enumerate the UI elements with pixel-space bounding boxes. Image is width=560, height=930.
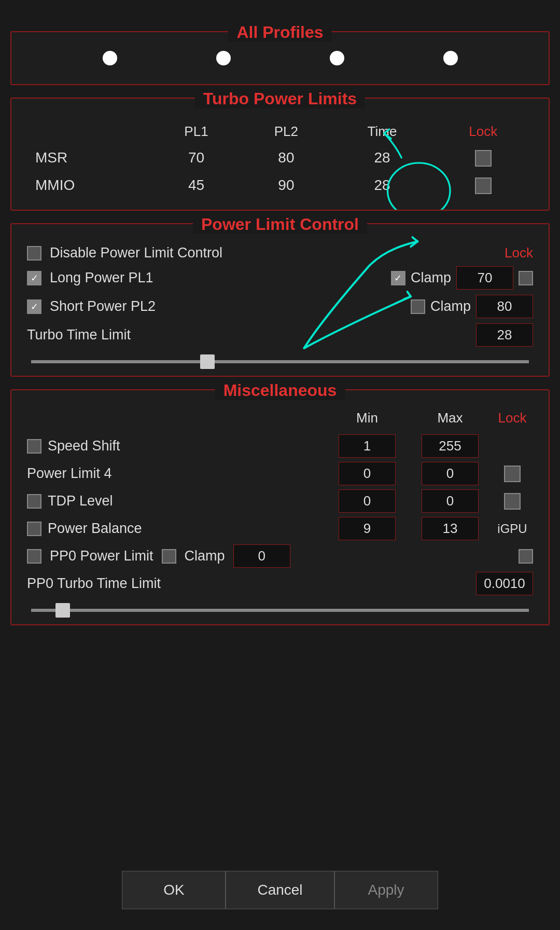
misc-power-limit4-row: Power Limit 4 [27,462,533,485]
power-limit-control-section: Power Limit Control Disable Power Limit … [10,223,550,377]
table-row: MMIO 45 90 28 [27,172,533,200]
pp0-turbo-time-value[interactable] [476,572,533,595]
profile-dot-3[interactable] [330,51,344,65]
tdp-level-lock-cell [492,493,533,510]
mmio-lock-checkbox[interactable] [475,177,492,194]
turbo-power-table: PL1 PL2 Time Lock MSR 70 80 28 MMIO [27,119,533,199]
tpl-header-pl1: PL1 [151,119,241,144]
mmio-pl1: 45 [151,172,241,200]
plc-disable-row: Disable Power Limit Control Lock [27,245,533,261]
misc-pp0-turbo-time-row: PP0 Turbo Time Limit [27,572,533,595]
tpl-header-time: Time [331,119,433,144]
mmio-lock-cell [433,172,533,200]
short-power-value[interactable] [476,295,533,318]
misc-pp0-power-limit-row: PP0 Power Limit Clamp [27,544,533,568]
misc-header-lock: Lock [492,410,533,426]
turbo-time-label: Turbo Time Limit [27,327,131,343]
long-power-label: Long Power PL1 [50,270,153,286]
profile-dot-2[interactable] [216,51,231,65]
power-balance-label-container: Power Balance [27,521,326,537]
speed-shift-label: Speed Shift [48,438,120,454]
power-limit4-max[interactable] [422,462,479,485]
speed-shift-max-cell [409,434,492,458]
tdp-level-max[interactable] [422,489,479,513]
speed-shift-label-container: Speed Shift [27,438,326,454]
power-limit4-lock[interactable] [504,466,521,482]
plc-slider-container [27,356,533,365]
misc-slider[interactable] [31,609,529,612]
power-balance-igpu-label: iGPU [497,522,527,536]
msr-lock-cell [433,144,533,172]
power-limit4-max-cell [409,462,492,485]
profile-dot-4[interactable] [443,51,458,65]
tdp-level-max-cell [409,489,492,513]
pp0-clamp-checkbox[interactable] [162,549,176,564]
power-balance-lock-cell: iGPU [492,522,533,536]
tpl-header-pl2: PL2 [241,119,331,144]
power-balance-max[interactable] [422,517,479,540]
speed-shift-max[interactable] [422,434,479,458]
short-clamp-checkbox[interactable] [411,299,425,314]
tdp-level-label: TDP Level [48,493,113,509]
misc-header-max: Max [409,410,492,426]
tdp-level-checkbox[interactable] [27,494,41,509]
apply-button[interactable]: Apply [334,871,438,909]
tdp-level-lock[interactable] [504,493,521,510]
turbo-power-limits-section: Turbo Power Limits PL1 PL2 Time Lock MSR… [10,98,550,211]
cancel-button[interactable]: Cancel [226,871,334,909]
ok-button[interactable]: OK [122,871,226,909]
tdp-level-label-container: TDP Level [27,493,326,509]
long-clamp-label: Clamp [411,270,451,286]
misc-header-label [27,410,326,426]
power-limit-control-title: Power Limit Control [193,215,367,234]
power-limit4-min-cell [326,462,409,485]
pp0-power-limit-checkbox[interactable] [27,549,41,564]
msr-lock-checkbox[interactable] [475,150,492,167]
pp0-power-limit-lock[interactable] [519,549,533,564]
miscellaneous-section: Miscellaneous Min Max Lock Speed Shift [10,389,550,625]
miscellaneous-title: Miscellaneous [215,381,345,400]
pp0-clamp-label: Clamp [185,548,225,564]
plc-short-power-row: Short Power PL2 Clamp [27,295,533,318]
short-power-checkbox[interactable] [27,299,41,314]
speed-shift-min[interactable] [339,434,396,458]
all-profiles-title: All Profiles [228,23,331,42]
misc-power-balance-row: Power Balance iGPU [27,517,533,540]
plc-slider[interactable] [31,360,529,363]
short-power-label: Short Power PL2 [50,298,156,314]
speed-shift-checkbox[interactable] [27,439,41,454]
turbo-time-value[interactable] [476,323,533,347]
long-power-value[interactable] [456,266,513,290]
tpl-header-empty [27,119,151,144]
long-clamp-checkbox[interactable] [391,271,405,285]
pp0-turbo-time-label: PP0 Turbo Time Limit [27,576,161,592]
mmio-pl2: 90 [241,172,331,200]
misc-slider-container [27,605,533,614]
power-limit4-min[interactable] [339,462,396,485]
tdp-level-min-cell [326,489,409,513]
disable-plc-checkbox[interactable] [27,246,41,261]
long-power-lock[interactable] [519,271,533,285]
misc-tdp-level-row: TDP Level [27,489,533,513]
msr-label: MSR [27,144,151,172]
power-balance-min-cell [326,517,409,540]
power-balance-min[interactable] [339,517,396,540]
plc-long-power-row: Long Power PL1 Clamp [27,266,533,290]
misc-header-min: Min [326,410,409,426]
power-limit4-label: Power Limit 4 [27,466,112,482]
tpl-header-lock: Lock [433,119,533,144]
pp0-power-limit-value[interactable] [233,544,290,568]
all-profiles-section: All Profiles [10,31,550,85]
power-balance-label: Power Balance [48,521,142,537]
power-balance-checkbox[interactable] [27,522,41,536]
table-row: MSR 70 80 28 [27,144,533,172]
tdp-level-min[interactable] [339,489,396,513]
power-limit4-label-container: Power Limit 4 [27,466,326,482]
long-power-checkbox[interactable] [27,271,41,285]
profile-dot-1[interactable] [103,51,117,65]
power-balance-max-cell [409,517,492,540]
speed-shift-min-cell [326,434,409,458]
msr-pl2: 80 [241,144,331,172]
msr-pl1: 70 [151,144,241,172]
profiles-row [32,43,528,74]
